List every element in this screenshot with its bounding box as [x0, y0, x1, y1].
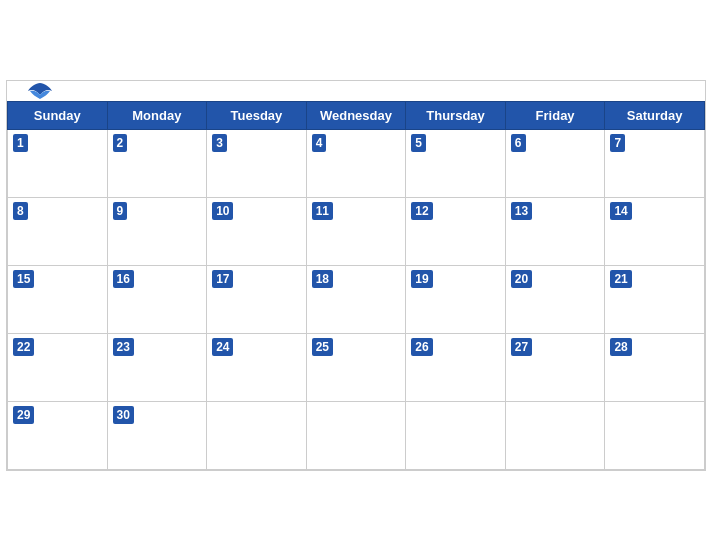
calendar-day-cell: 18	[306, 265, 406, 333]
day-number: 24	[212, 338, 233, 357]
weekday-header: Friday	[505, 101, 605, 129]
calendar-day-cell	[505, 401, 605, 469]
day-number: 26	[411, 338, 432, 357]
calendar-day-cell: 1	[8, 129, 108, 197]
day-number: 3	[212, 134, 227, 153]
weekday-header: Tuesday	[207, 101, 307, 129]
weekday-header: Saturday	[605, 101, 705, 129]
day-number: 12	[411, 202, 432, 221]
day-number: 15	[13, 270, 34, 289]
day-number: 14	[610, 202, 631, 221]
day-number: 10	[212, 202, 233, 221]
day-number: 28	[610, 338, 631, 357]
calendar-day-cell: 10	[207, 197, 307, 265]
weekday-header: Thursday	[406, 101, 506, 129]
calendar-day-cell: 8	[8, 197, 108, 265]
day-number: 22	[13, 338, 34, 357]
calendar-body: 1234567891011121314151617181920212223242…	[8, 129, 705, 469]
calendar-day-cell	[605, 401, 705, 469]
calendar-day-cell: 5	[406, 129, 506, 197]
calendar-day-cell: 13	[505, 197, 605, 265]
day-number: 1	[13, 134, 28, 153]
day-number: 6	[511, 134, 526, 153]
calendar-week-row: 891011121314	[8, 197, 705, 265]
day-number: 18	[312, 270, 333, 289]
day-number: 19	[411, 270, 432, 289]
calendar-day-cell: 9	[107, 197, 207, 265]
calendar-day-cell: 2	[107, 129, 207, 197]
day-number: 23	[113, 338, 134, 357]
day-number: 17	[212, 270, 233, 289]
calendar-day-cell: 4	[306, 129, 406, 197]
weekday-header-row: SundayMondayTuesdayWednesdayThursdayFrid…	[8, 101, 705, 129]
calendar-day-cell	[207, 401, 307, 469]
calendar-day-cell: 3	[207, 129, 307, 197]
calendar-day-cell: 28	[605, 333, 705, 401]
day-number: 7	[610, 134, 625, 153]
day-number: 2	[113, 134, 128, 153]
calendar-day-cell: 17	[207, 265, 307, 333]
day-number: 30	[113, 406, 134, 425]
calendar-day-cell: 15	[8, 265, 108, 333]
calendar-week-row: 22232425262728	[8, 333, 705, 401]
weekday-header: Monday	[107, 101, 207, 129]
day-number: 8	[13, 202, 28, 221]
day-number: 21	[610, 270, 631, 289]
calendar-thead: SundayMondayTuesdayWednesdayThursdayFrid…	[8, 101, 705, 129]
day-number: 27	[511, 338, 532, 357]
calendar-day-cell: 24	[207, 333, 307, 401]
calendar-grid: SundayMondayTuesdayWednesdayThursdayFrid…	[7, 101, 705, 470]
calendar-day-cell: 29	[8, 401, 108, 469]
calendar-day-cell: 22	[8, 333, 108, 401]
day-number: 25	[312, 338, 333, 357]
calendar-day-cell: 26	[406, 333, 506, 401]
weekday-header: Wednesday	[306, 101, 406, 129]
calendar-day-cell: 27	[505, 333, 605, 401]
calendar-day-cell: 11	[306, 197, 406, 265]
day-number: 5	[411, 134, 426, 153]
calendar-day-cell: 7	[605, 129, 705, 197]
calendar-week-row: 15161718192021	[8, 265, 705, 333]
calendar-day-cell: 21	[605, 265, 705, 333]
weekday-header: Sunday	[8, 101, 108, 129]
calendar-week-row: 2930	[8, 401, 705, 469]
calendar-day-cell: 14	[605, 197, 705, 265]
day-number: 4	[312, 134, 327, 153]
day-number: 16	[113, 270, 134, 289]
day-number: 13	[511, 202, 532, 221]
logo-area	[23, 81, 54, 101]
calendar-header	[7, 81, 705, 101]
calendar-day-cell	[306, 401, 406, 469]
calendar-day-cell: 12	[406, 197, 506, 265]
day-number: 20	[511, 270, 532, 289]
calendar-day-cell: 20	[505, 265, 605, 333]
day-number: 11	[312, 202, 333, 221]
calendar-day-cell	[406, 401, 506, 469]
calendar-day-cell: 16	[107, 265, 207, 333]
calendar-day-cell: 25	[306, 333, 406, 401]
logo-bird-icon	[26, 81, 54, 101]
calendar-day-cell: 23	[107, 333, 207, 401]
day-number: 29	[13, 406, 34, 425]
calendar-week-row: 1234567	[8, 129, 705, 197]
calendar-day-cell: 30	[107, 401, 207, 469]
day-number: 9	[113, 202, 128, 221]
calendar-day-cell: 19	[406, 265, 506, 333]
calendar-day-cell: 6	[505, 129, 605, 197]
calendar-container: SundayMondayTuesdayWednesdayThursdayFrid…	[6, 80, 706, 471]
